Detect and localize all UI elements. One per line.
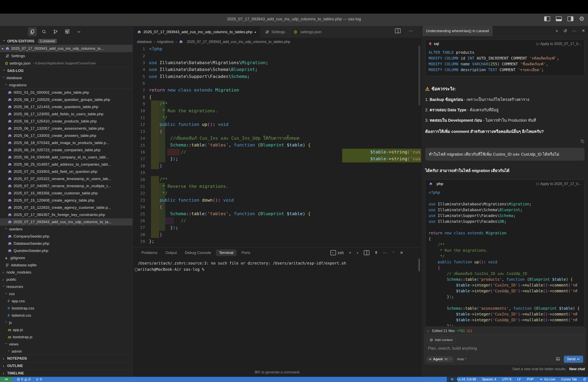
language-indicator[interactable]: PHP: [527, 378, 534, 381]
panel-tab-output[interactable]: Output: [162, 249, 180, 256]
code-editor[interactable]: 1<?php23use Illuminate\Database\Migratio…: [133, 46, 421, 247]
editor-more-actions-icon[interactable]: ⋯: [409, 28, 413, 34]
tree-item[interactable]: QuestionSeeder.php: [0, 247, 132, 254]
breadcrumb[interactable]: database›migrations›2025_07_17_093943_ad…: [133, 38, 421, 46]
files-icon[interactable]: [28, 27, 37, 36]
tree-item[interactable]: 2025_07_07_025322_rename_timestamp_in_us…: [0, 175, 132, 182]
close-panel-icon[interactable]: ✕: [400, 250, 403, 255]
tree-item[interactable]: 2025_07_17_084357_fix_foreign_key_constr…: [0, 211, 132, 218]
toggle-left-sidebar-icon[interactable]: [544, 16, 550, 21]
maximize-panel-icon[interactable]: ⌃: [392, 251, 395, 254]
terminal-scrollbar[interactable]: [419, 259, 420, 271]
tree-item[interactable]: 2025_06_17_123055_add_fields_to_users_ta…: [0, 111, 132, 118]
new-terminal-icon[interactable]: +: [349, 250, 351, 255]
tree-item[interactable]: 2025_06_18_070343_add_image_to_products_…: [0, 139, 132, 146]
tree-item[interactable]: DatabaseSeeder.php: [0, 240, 132, 247]
apply-button[interactable]: ▷ Apply to 2025_07_17_0...: [537, 182, 581, 186]
cursor-tab-indicator[interactable]: Cursor Tab: [561, 378, 577, 381]
eol-indicator[interactable]: LF: [517, 378, 521, 381]
remote-indicator[interactable]: ><: [0, 377, 12, 382]
terminal-profile[interactable]: >_ zsh: [330, 250, 344, 255]
chevron-down-icon[interactable]: [74, 27, 83, 36]
tree-folder[interactable]: ›migrations: [0, 81, 132, 89]
tree-item[interactable]: JSbootstrap.js: [0, 333, 132, 341]
tree-item[interactable]: 2025_06_17_125410_create_products_table.…: [0, 118, 132, 125]
tree-item[interactable]: 2025_07_15_120608_create_agency_table.ph…: [0, 197, 132, 204]
editor-tab[interactable]: {}settings.json: [290, 26, 326, 38]
tree-item[interactable]: 2025_07_15_083356_create_customer_table.…: [0, 190, 132, 197]
tree-item[interactable]: database.sqlite: [0, 262, 132, 269]
tree-item[interactable]: 2025_06_17_132057_create_assessments_tab…: [0, 125, 132, 132]
line-col-indicator[interactable]: Ln 14, Col 66: [457, 378, 476, 381]
tree-item[interactable]: 2025_07_15_122833_create_agency_customer…: [0, 204, 132, 211]
open-editor-item[interactable]: Settings: [0, 52, 132, 59]
tree-item[interactable]: 2025_06_17_121443_create_questions_table…: [0, 103, 132, 111]
tree-item[interactable]: 2025_06_17_133003_create_answers_table.p…: [0, 132, 132, 139]
panel-more-icon[interactable]: ⋯: [383, 250, 387, 255]
sidebar-section-notepads[interactable]: ›NOTEPADS: [0, 355, 132, 362]
close-chat-icon[interactable]: ✕: [582, 28, 585, 34]
split-editor-icon[interactable]: [395, 28, 400, 33]
search-icon[interactable]: [40, 27, 48, 36]
panel-tab-terminal[interactable]: Terminal: [216, 249, 237, 256]
extensions-icon[interactable]: [63, 27, 72, 36]
source-control-icon[interactable]: [51, 27, 60, 36]
new-chat-button[interactable]: New chat: [569, 367, 585, 371]
gear-icon[interactable]: ⚙: [579, 17, 584, 21]
panel-tab-debug-console[interactable]: Debug Console: [182, 249, 214, 256]
tree-item[interactable]: #app.css: [0, 298, 132, 305]
attach-image-icon[interactable]: [556, 357, 560, 362]
tree-folder[interactable]: ›js: [0, 319, 132, 326]
toggle-right-sidebar-icon[interactable]: [567, 16, 573, 21]
breadcrumb-item[interactable]: 2025_07_17_093943_add_cus_ins_udp_column…: [187, 40, 290, 44]
send-button[interactable]: Send ↵: [564, 356, 583, 363]
open-editors-header[interactable]: › OPEN EDITORS 1 unsaved: [0, 38, 132, 45]
tree-item[interactable]: 2025_06_24_025723_create_companies_table…: [0, 146, 132, 154]
edited-files-summary[interactable]: › Edited 21 files +751-111: [424, 327, 585, 335]
tree-folder[interactable]: ›resources: [0, 283, 132, 290]
tree-item[interactable]: 2025_07_17_093943_add_cus_ins_udp_column…: [0, 218, 132, 226]
tree-folder[interactable]: ›views: [0, 341, 132, 348]
kill-terminal-icon[interactable]: [375, 250, 378, 255]
tree-folder[interactable]: ›database: [0, 74, 132, 81]
editor-tab[interactable]: 2025_07_17_093943_add_cus_ins_udp_column…: [133, 26, 261, 38]
tree-item[interactable]: 2025_07_07_040957_rename_timestamp_in_mu…: [0, 182, 132, 190]
chat-history-icon[interactable]: ↺: [563, 28, 567, 34]
split-terminal-icon[interactable]: [364, 250, 369, 255]
chat-tab[interactable]: Understanding whereHas() in Laravel: [422, 26, 493, 36]
editor-tab[interactable]: Settings: [261, 26, 290, 38]
breadcrumb-item[interactable]: database: [137, 40, 152, 44]
breadcrumb-item[interactable]: migrations: [157, 40, 174, 44]
tree-folder[interactable]: ›css: [0, 290, 132, 298]
open-editor-item[interactable]: {}settings.json~/Library/Application Sup…: [0, 59, 132, 67]
tree-item[interactable]: 2025_06_24_030048_add_company_id_to_user…: [0, 154, 132, 161]
panel-tab-problems[interactable]: Problems: [138, 249, 161, 256]
sidebar-section-outline[interactable]: ›OUTLINE: [0, 362, 132, 369]
project-root-header[interactable]: › SAS-LOG: [0, 67, 132, 74]
tree-item[interactable]: 2025_06_25_014657_add_address_to_compani…: [0, 161, 132, 168]
toggle-panel-icon[interactable]: [556, 16, 562, 21]
new-chat-icon[interactable]: +: [556, 28, 558, 34]
add-context-button[interactable]: @ Add context: [427, 337, 455, 343]
ports-status[interactable]: 0: [36, 378, 42, 381]
tree-item[interactable]: #bootstrap.css: [0, 305, 132, 312]
panel-tab-ports[interactable]: Ports: [238, 249, 253, 256]
open-editor-item[interactable]: ●2025_07_17_093943_add_cus_ins_udp_colum…: [0, 45, 132, 52]
tree-item[interactable]: 2025_07_01_033903_add_field_on_question.…: [0, 168, 132, 175]
tree-item[interactable]: ◆.gitignore: [0, 254, 132, 262]
terminal-dropdown-icon[interactable]: ∨: [357, 251, 358, 254]
tree-item[interactable]: 2025_06_17_105529_create_question_groups…: [0, 96, 132, 103]
tree-item[interactable]: JSapp.js: [0, 326, 132, 333]
indentation-indicator[interactable]: Spaces: 4: [482, 378, 496, 381]
go-live-button[interactable]: Go Live: [540, 378, 555, 381]
tree-folder[interactable]: ›admin: [0, 348, 132, 355]
chat-input[interactable]: @ Add context Plan, search, build anythi…: [424, 335, 585, 365]
agent-mode-selector[interactable]: ∞ Agent ⌘I ^: [427, 356, 454, 362]
tree-folder[interactable]: ›public: [0, 276, 132, 283]
inline-suggestion[interactable]: $table->string('cus_ins')->nullable();$t…: [342, 149, 421, 162]
problems-status[interactable]: 0 0: [17, 378, 30, 381]
chat-more-icon[interactable]: ⋯: [572, 28, 577, 34]
apply-button[interactable]: ▷ Apply to 2025_07_17_0...: [537, 41, 581, 46]
tree-item[interactable]: 0001_01_01_000002_create_jobs_table.php: [0, 89, 132, 96]
encoding-indicator[interactable]: UTF-8: [502, 378, 511, 381]
